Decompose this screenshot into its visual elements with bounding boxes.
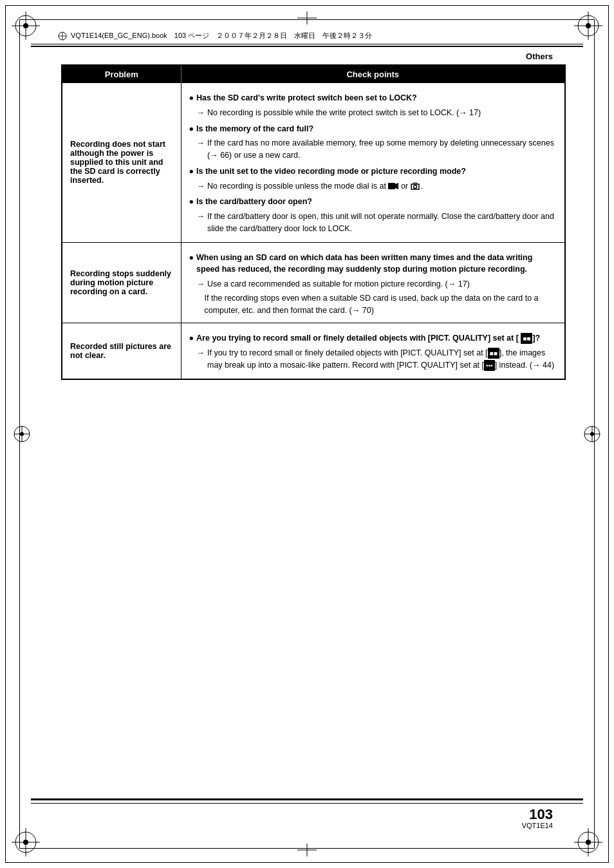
- corner-mark-tl: [12, 12, 40, 40]
- movie-mode-icon: [388, 182, 398, 191]
- footer-rule-thin: [31, 803, 583, 804]
- reg-circle-left: [12, 424, 32, 444]
- col-header-checkpoints: Check points: [181, 65, 565, 83]
- svg-point-19: [20, 432, 24, 436]
- problem-cell-2: Recording stops suddenly during motion p…: [62, 242, 181, 323]
- troubleshoot-table: Problem Check points Recording does not …: [61, 64, 566, 380]
- section-title: Others: [526, 52, 553, 61]
- header-rule-thick: [31, 46, 583, 47]
- pict-quality-high-icon: ▪▪▪: [484, 360, 495, 371]
- svg-point-33: [414, 185, 417, 189]
- page-number: 103: [522, 807, 553, 822]
- pict-quality-low-icon-2: ■■: [488, 348, 499, 359]
- check-arrow-1: → No recording is possible while the wri…: [197, 107, 557, 119]
- checkpoint-cell-2: ● When using an SD card on which data ha…: [181, 242, 565, 323]
- check-bullet-6: ● Are you trying to record small or fine…: [189, 332, 557, 344]
- header-rule: [31, 44, 583, 44]
- page-code: VQT1E14: [522, 822, 553, 829]
- problem-cell: Recording does not start although the po…: [62, 83, 181, 242]
- checkpoint-cell-3: ● Are you trying to record small or fine…: [181, 323, 565, 379]
- svg-marker-32: [395, 183, 398, 189]
- check-arrow-6: → If you try to record small or finely d…: [197, 347, 557, 372]
- page-number-area: 103 VQT1E14: [522, 807, 553, 829]
- pict-quality-low-icon: ■■: [521, 333, 532, 344]
- check-bullet-3: ● Is the unit set to the video recording…: [189, 165, 557, 178]
- crosshair-bottom: [297, 844, 317, 856]
- check-arrow-2: → If the card has no more available memo…: [197, 137, 557, 162]
- svg-point-11: [23, 840, 28, 845]
- check-bullet-2: ● Is the memory of the card full?: [189, 123, 557, 135]
- col-header-problem: Problem: [62, 65, 181, 83]
- camera-mode-icon: [410, 181, 420, 191]
- svg-point-7: [586, 23, 591, 28]
- corner-mark-tr: [574, 12, 602, 40]
- check-arrow-5a: → Use a card recommended as suitable for…: [197, 278, 557, 290]
- check-arrow-5b: If the recording stops even when a suita…: [205, 292, 557, 317]
- check-bullet-5: ● When using an SD card on which data ha…: [189, 252, 557, 276]
- problem-cell-3: Recorded still pictures are not clear.: [62, 323, 181, 379]
- check-arrow-3: → No recording is possible unless the mo…: [197, 180, 557, 193]
- header-compass-icon: [58, 32, 67, 41]
- crosshair-top: [297, 12, 317, 24]
- svg-point-15: [586, 840, 591, 845]
- header-text: VQT1E14(EB_GC_ENG).book 103 ページ ２００７年２月２…: [58, 31, 556, 41]
- table-row: Recorded still pictures are not clear. ●…: [62, 323, 565, 379]
- check-arrow-4: → If the card/battery door is open, this…: [197, 211, 557, 235]
- main-content: Problem Check points Recording does not …: [61, 64, 566, 784]
- corner-mark-br: [574, 828, 602, 856]
- footer-rule-thick: [31, 798, 583, 800]
- check-bullet-4: ● Is the card/battery door open?: [189, 196, 557, 208]
- svg-point-23: [590, 432, 594, 436]
- corner-mark-bl: [12, 828, 40, 856]
- checkpoint-cell: ● Has the SD card's write protect switch…: [181, 83, 565, 242]
- check-bullet-1: ● Has the SD card's write protect switch…: [189, 92, 557, 104]
- reg-circle-right: [582, 424, 602, 444]
- svg-point-3: [23, 23, 28, 28]
- table-row: Recording stops suddenly during motion p…: [62, 242, 565, 323]
- table-row: Recording does not start although the po…: [62, 83, 565, 242]
- svg-rect-31: [388, 183, 395, 189]
